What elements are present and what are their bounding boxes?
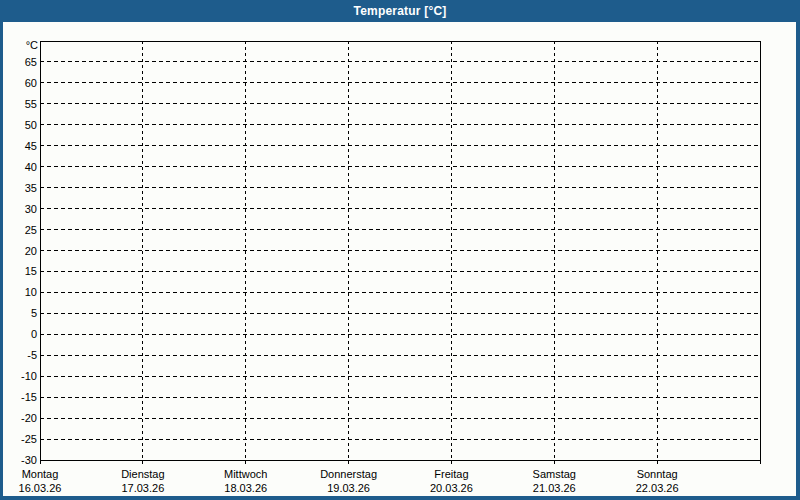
- chart-content-area: [3, 22, 796, 496]
- chart-window: Temperatur [°C] 656055504540353025201510…: [0, 0, 800, 500]
- title-bar: Temperatur [°C]: [0, 0, 800, 22]
- chart-title: Temperatur [°C]: [354, 4, 447, 18]
